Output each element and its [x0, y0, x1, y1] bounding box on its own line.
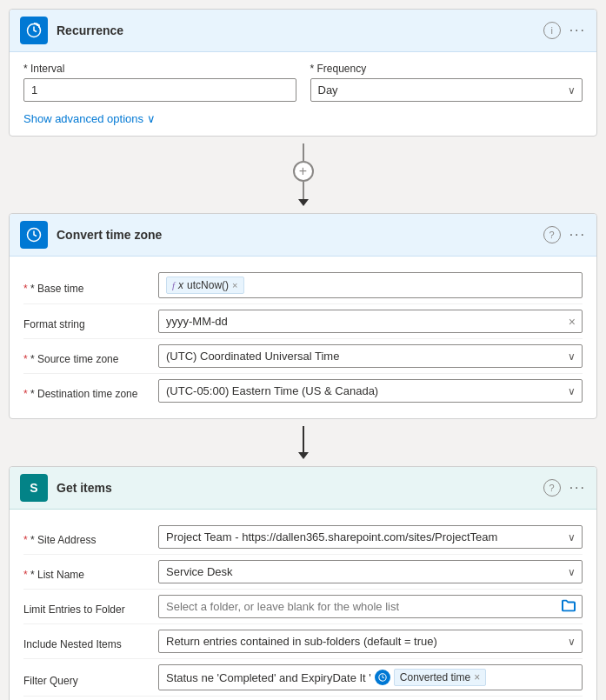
frequency-group: * Frequency Day Week Month Hour Minute ∨ — [310, 63, 583, 102]
recurrence-title: Recurrence — [57, 23, 543, 37]
filter-query-row: Filter Query Status ne 'Completed' and E… — [23, 659, 583, 697]
get-items-icon: S — [20, 474, 48, 502]
recurrence-fields-row: * Interval * Frequency Day Week Month Ho… — [23, 63, 583, 102]
frequency-select[interactable]: Day Week Month Hour Minute — [310, 78, 583, 102]
list-name-wrapper: Service Desk ∨ — [158, 560, 583, 583]
add-step-btn[interactable]: + — [293, 161, 314, 182]
convert-tz-header: Convert time zone ? ··· — [10, 214, 596, 257]
function-icon: f — [172, 280, 175, 290]
connector-arrow-head — [298, 199, 309, 206]
get-items-help-btn[interactable]: ? — [543, 479, 561, 497]
recurrence-card: Recurrence i ··· * Interval * Frequency … — [9, 9, 597, 137]
format-string-input[interactable] — [158, 310, 583, 333]
site-address-select[interactable]: Project Team - https://dallen365.sharepo… — [158, 525, 583, 549]
convert-time-zone-card: Convert time zone ? ··· * * Base time fx… — [9, 213, 597, 419]
nested-items-select[interactable]: Return entries contained in sub-folders … — [158, 630, 583, 653]
down-arrow-connector — [9, 419, 597, 466]
format-string-label: Format string — [23, 312, 158, 330]
recurrence-menu-btn[interactable]: ··· — [569, 23, 586, 38]
filter-query-field[interactable]: Status ne 'Completed' and ExpiryDate It … — [158, 664, 583, 690]
dest-tz-select[interactable]: (UTC-05:00) Eastern Time (US & Canada) — [158, 379, 583, 403]
recurrence-actions: i ··· — [543, 22, 586, 39]
utcnow-chip: fx utcNow() × — [166, 277, 244, 294]
get-items-header: S Get items ? ··· — [10, 467, 596, 510]
convert-tz-body: * * Base time fx utcNow() × Format strin… — [10, 257, 596, 418]
advanced-options-chevron-icon: ∨ — [147, 112, 156, 125]
source-tz-row: * * Source time zone (UTC) Coordinated U… — [23, 339, 583, 374]
converted-time-chip-close[interactable]: × — [474, 671, 480, 683]
frequency-select-wrapper: Day Week Month Hour Minute ∨ — [310, 78, 583, 102]
limit-folder-input[interactable] — [158, 595, 583, 618]
get-items-body: * * Site Address Project Team - https://… — [10, 510, 596, 700]
convert-tz-icon — [20, 221, 48, 249]
filter-query-text: Status ne 'Completed' and ExpiryDate It … — [166, 671, 371, 684]
utcnow-chip-close[interactable]: × — [232, 280, 237, 290]
list-name-row: * * List Name Service Desk ∨ — [23, 555, 583, 590]
get-items-card: S Get items ? ··· * * Site Address Proje… — [9, 466, 597, 700]
frequency-label: * Frequency — [310, 63, 583, 75]
site-address-row: * * Site Address Project Team - https://… — [23, 520, 583, 555]
get-items-title: Get items — [57, 481, 543, 495]
interval-group: * Interval — [23, 63, 296, 102]
convert-tz-menu-btn[interactable]: ··· — [569, 227, 586, 243]
filter-query-label: Filter Query — [23, 669, 158, 687]
connector-plus-area: + — [9, 137, 597, 213]
base-time-label: * * Base time — [23, 277, 158, 295]
get-items-actions: ? ··· — [543, 479, 586, 497]
format-string-row: Format string × — [23, 304, 583, 339]
converted-time-chip: Converted time × — [394, 669, 486, 686]
nested-items-label: Include Nested Items — [23, 632, 158, 650]
connector-line-bottom — [303, 182, 304, 199]
convert-tz-help-btn[interactable]: ? — [543, 226, 561, 243]
source-tz-select[interactable]: (UTC) Coordinated Universal Time — [158, 344, 583, 368]
format-string-wrapper: × — [158, 310, 583, 333]
limit-folder-row: Limit Entries to Folder — [23, 590, 583, 624]
connector-line-top — [303, 143, 304, 161]
convert-tz-actions: ? ··· — [543, 226, 586, 243]
filter-query-wrapper: Status ne 'Completed' and ExpiryDate It … — [158, 664, 583, 690]
base-time-field-wrapper: fx utcNow() × — [158, 272, 583, 298]
dest-tz-wrapper: (UTC-05:00) Eastern Time (US & Canada) ∨ — [158, 379, 583, 403]
list-name-select[interactable]: Service Desk — [158, 560, 583, 583]
down-arrow-head — [298, 452, 309, 459]
base-time-row: * * Base time fx utcNow() × — [23, 267, 583, 304]
limit-folder-wrapper — [158, 595, 583, 618]
list-name-label: * * List Name — [23, 563, 158, 581]
site-address-label: * * Site Address — [23, 528, 158, 546]
get-items-menu-btn[interactable]: ··· — [569, 480, 586, 496]
show-advanced-options-btn[interactable]: Show advanced options ∨ — [23, 112, 156, 125]
source-tz-wrapper: (UTC) Coordinated Universal Time ∨ — [158, 344, 583, 368]
source-tz-label: * * Source time zone — [23, 347, 158, 365]
nested-items-row: Include Nested Items Return entries cont… — [23, 624, 583, 659]
order-by-row: Order By — [23, 697, 583, 700]
down-arrow-line — [303, 426, 304, 452]
dest-tz-label: * * Destination time zone — [23, 382, 158, 400]
convert-tz-title: Convert time zone — [57, 228, 543, 242]
dest-tz-row: * * Destination time zone (UTC-05:00) Ea… — [23, 374, 583, 408]
recurrence-icon — [20, 17, 48, 44]
recurrence-header: Recurrence i ··· — [10, 10, 596, 52]
interval-label: * Interval — [23, 63, 296, 75]
folder-browse-btn[interactable] — [562, 599, 576, 614]
base-time-field[interactable]: fx utcNow() × — [158, 272, 583, 298]
site-address-wrapper: Project Team - https://dallen365.sharepo… — [158, 525, 583, 549]
recurrence-body: * Interval * Frequency Day Week Month Ho… — [10, 52, 596, 136]
limit-folder-label: Limit Entries to Folder — [23, 597, 158, 616]
clock-icon — [375, 670, 390, 685]
recurrence-info-btn[interactable]: i — [543, 22, 561, 39]
interval-input[interactable] — [23, 78, 296, 102]
nested-items-wrapper: Return entries contained in sub-folders … — [158, 630, 583, 653]
format-string-clear-btn[interactable]: × — [569, 315, 576, 329]
